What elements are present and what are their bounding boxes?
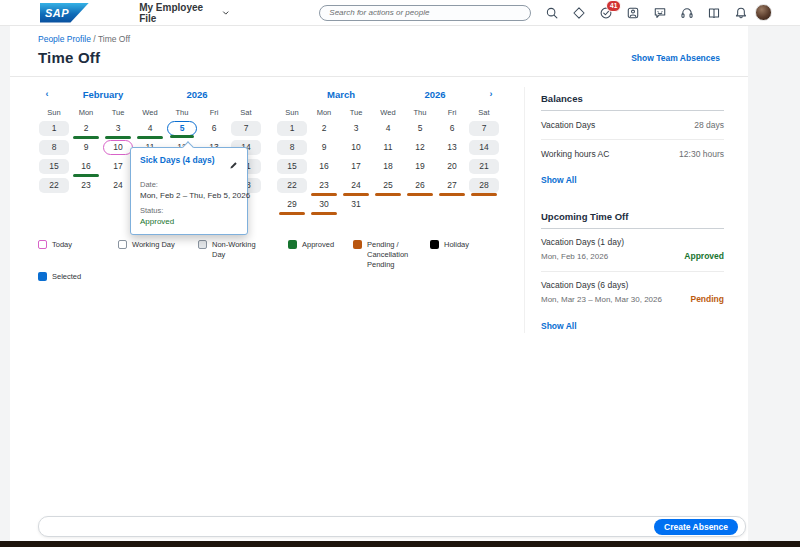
calendar-day[interactable]: 5 bbox=[167, 121, 197, 136]
app-window: SAP My Employee File 41 People Profile /… bbox=[0, 0, 800, 541]
upcoming-show-all-link[interactable]: Show All bbox=[541, 321, 577, 331]
calendar-day[interactable]: 21 bbox=[469, 159, 499, 174]
calendar-day[interactable]: 31 bbox=[341, 197, 371, 212]
show-team-absences-link[interactable]: Show Team Absences bbox=[631, 53, 720, 63]
diamond-icon[interactable] bbox=[571, 5, 586, 20]
calendar-day[interactable]: 3 bbox=[341, 121, 371, 136]
day-names-row: SunMonTueWedThuFriSat bbox=[38, 108, 262, 117]
calendar-day[interactable]: 11 bbox=[373, 140, 403, 155]
next-month-button[interactable]: › bbox=[482, 89, 500, 99]
month-label[interactable]: February bbox=[56, 89, 150, 100]
nonworking-swatch bbox=[198, 240, 207, 249]
calendar-day[interactable]: 7 bbox=[231, 121, 261, 136]
user-avatar[interactable] bbox=[755, 4, 772, 21]
calendar-day[interactable]: 22 bbox=[277, 178, 307, 193]
calendar-day[interactable]: 26 bbox=[405, 178, 435, 193]
calendar-day[interactable]: 15 bbox=[39, 159, 69, 174]
calendar-day[interactable]: 24 bbox=[341, 178, 371, 193]
day-name-label: Wed bbox=[134, 108, 166, 117]
calendar-day[interactable]: 9 bbox=[309, 140, 339, 155]
balance-row[interactable]: Vacation Days28 days bbox=[541, 111, 724, 140]
day-name-label: Thu bbox=[404, 108, 436, 117]
year-label[interactable]: 2026 bbox=[150, 89, 244, 100]
calendar-day[interactable]: 23 bbox=[71, 178, 101, 193]
profile-selector-label: My Employee File bbox=[139, 2, 218, 24]
calendar-row: ‹ February 2026 SunMonTueWedThuFriSat 12… bbox=[38, 87, 512, 212]
global-search bbox=[319, 5, 531, 21]
calendar-day[interactable]: 2 bbox=[71, 121, 101, 136]
calendar-day[interactable]: 23 bbox=[309, 178, 339, 193]
calendar-day[interactable]: 30 bbox=[309, 197, 339, 212]
month-label[interactable]: March bbox=[294, 89, 388, 100]
calendar-day[interactable]: 16 bbox=[309, 159, 339, 174]
sap-logo[interactable]: SAP bbox=[40, 3, 89, 23]
calendar-day[interactable]: 12 bbox=[405, 140, 435, 155]
headset-icon[interactable] bbox=[679, 5, 694, 20]
year-label[interactable]: 2026 bbox=[388, 89, 482, 100]
calendar-day[interactable]: 17 bbox=[103, 159, 133, 174]
calendar-day[interactable]: 24 bbox=[103, 178, 133, 193]
handbook-icon[interactable] bbox=[706, 5, 721, 20]
bell-icon[interactable] bbox=[733, 5, 748, 20]
header-icon-row: 41 bbox=[544, 5, 748, 20]
calendar-day[interactable]: 16 bbox=[71, 159, 101, 174]
tooltip-title: Sick Days (4 days) bbox=[140, 155, 215, 165]
calendar-day[interactable]: 6 bbox=[199, 121, 229, 136]
calendar-day[interactable]: 19 bbox=[405, 159, 435, 174]
calendar-day[interactable]: 28 bbox=[469, 178, 499, 193]
profile-selector[interactable]: My Employee File bbox=[139, 2, 229, 24]
calendar-day[interactable]: 3 bbox=[103, 121, 133, 136]
calendar-day[interactable]: 14 bbox=[469, 140, 499, 155]
calendar-day[interactable]: 20 bbox=[437, 159, 467, 174]
calendar-day[interactable]: 1 bbox=[277, 121, 307, 136]
calendar-day[interactable]: 10 bbox=[341, 140, 371, 155]
breadcrumb: People Profile / Time Off bbox=[10, 26, 748, 44]
page-canvas: People Profile / Time Off Time Off Show … bbox=[10, 26, 748, 541]
calendar-header: March 2026 › bbox=[276, 87, 500, 101]
calendar-day[interactable]: 17 bbox=[341, 159, 371, 174]
directory-icon[interactable] bbox=[625, 5, 640, 20]
calendar-day[interactable]: 6 bbox=[437, 121, 467, 136]
footer-action-bar: Create Absence bbox=[38, 516, 746, 537]
calendar-day[interactable]: 9 bbox=[71, 140, 101, 155]
calendar-day[interactable]: 10 bbox=[103, 140, 133, 155]
edit-icon[interactable] bbox=[229, 156, 238, 174]
calendar-day[interactable]: 2 bbox=[309, 121, 339, 136]
calendar-day[interactable]: 8 bbox=[39, 140, 69, 155]
balances-title: Balances bbox=[541, 93, 724, 111]
upcoming-item[interactable]: Vacation Days (6 days)Mon, Mar 23 – Mon,… bbox=[541, 272, 724, 314]
search-icon[interactable] bbox=[544, 5, 559, 20]
calendar-day[interactable]: 25 bbox=[373, 178, 403, 193]
chat-icon[interactable] bbox=[652, 5, 667, 20]
calendar-day[interactable]: 4 bbox=[373, 121, 403, 136]
pending-swatch bbox=[353, 240, 362, 249]
calendar-day[interactable]: 29 bbox=[277, 197, 307, 212]
calendar-day[interactable]: 15 bbox=[277, 159, 307, 174]
balances-show-all-link[interactable]: Show All bbox=[541, 175, 577, 185]
legend-item: Selected bbox=[38, 272, 118, 282]
calendar-day[interactable]: 8 bbox=[277, 140, 307, 155]
legend-label: Working Day bbox=[132, 240, 175, 250]
calendar-day[interactable]: 18 bbox=[373, 159, 403, 174]
absence-tooltip: Sick Days (4 days) Date: Mon, Feb 2 – Th… bbox=[130, 147, 248, 235]
balance-row[interactable]: Working hours AC12:30 hours bbox=[541, 140, 724, 168]
day-name-label: Fri bbox=[198, 108, 230, 117]
upcoming-item[interactable]: Vacation Days (1 day)Mon, Feb 16, 2026Ap… bbox=[541, 229, 724, 272]
calendar-day[interactable]: 27 bbox=[437, 178, 467, 193]
day-name-label: Fri bbox=[436, 108, 468, 117]
breadcrumb-current: Time Off bbox=[98, 34, 130, 44]
calendar-day[interactable]: 1 bbox=[39, 121, 69, 136]
breadcrumb-people-profile[interactable]: People Profile bbox=[38, 34, 91, 44]
calendar-day[interactable]: 7 bbox=[469, 121, 499, 136]
calendar-day[interactable]: 13 bbox=[437, 140, 467, 155]
legend-label: Selected bbox=[52, 272, 81, 282]
previous-month-button[interactable]: ‹ bbox=[38, 89, 56, 99]
todo-check-icon[interactable]: 41 bbox=[598, 5, 613, 20]
legend-item: Holiday bbox=[430, 240, 512, 269]
search-input[interactable] bbox=[329, 8, 521, 17]
calendar-day[interactable]: 4 bbox=[135, 121, 165, 136]
calendar-day[interactable]: 5 bbox=[405, 121, 435, 136]
create-absence-button[interactable]: Create Absence bbox=[654, 519, 738, 535]
calendar-day[interactable]: 22 bbox=[39, 178, 69, 193]
approved-swatch bbox=[288, 240, 297, 249]
